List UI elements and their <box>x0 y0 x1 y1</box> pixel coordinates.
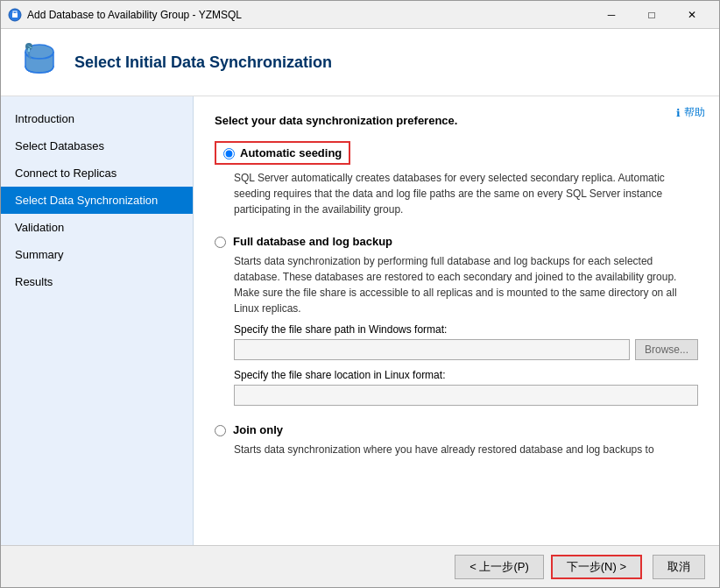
title-bar-buttons: ─ □ ✕ <box>591 1 712 29</box>
close-button[interactable]: ✕ <box>672 1 712 29</box>
join-only-label: Join only <box>233 423 283 436</box>
join-only-desc: Starts data synchronization where you ha… <box>234 442 698 457</box>
sidebar-item-select-data-sync[interactable]: Select Data Synchronization <box>1 187 193 214</box>
windows-share-label: Specify the file share path in Windows f… <box>234 323 698 336</box>
header-title: Select Initial Data Synchronization <box>74 53 332 72</box>
title-bar: Add Database to Availability Group - YZM… <box>1 1 719 29</box>
automatic-seeding-row: Automatic seeding <box>215 141 698 165</box>
sidebar-item-introduction[interactable]: Introduction <box>1 105 193 132</box>
sidebar-item-summary[interactable]: Summary <box>1 241 193 268</box>
automatic-seeding-desc: SQL Server automatically creates databas… <box>234 170 698 217</box>
help-circle-icon: ℹ <box>676 107 681 119</box>
sidebar-item-select-databases[interactable]: Select Databases <box>1 132 193 159</box>
join-only-option: Join only Starts data synchronization wh… <box>215 423 698 457</box>
linux-share-label: Specify the file share location in Linux… <box>234 369 698 381</box>
sidebar: Introduction Select Databases Connect to… <box>1 96 194 545</box>
join-only-radio[interactable] <box>215 425 226 436</box>
minimize-button[interactable]: ─ <box>591 1 632 29</box>
window-icon <box>8 8 22 22</box>
sidebar-item-results[interactable]: Results <box>1 268 193 295</box>
content-heading: Select your data synchronization prefere… <box>215 114 698 127</box>
browse-button[interactable]: Browse... <box>635 339 698 360</box>
full-backup-desc: Starts data synchronization by performin… <box>234 253 698 316</box>
automatic-seeding-radio[interactable] <box>223 148 235 159</box>
title-bar-text: Add Database to Availability Group - YZM… <box>27 9 591 21</box>
header: Select Initial Data Synchronization <box>1 29 719 96</box>
full-backup-label: Full database and log backup <box>233 235 392 248</box>
back-button[interactable]: < 上一步(P) <box>455 555 544 579</box>
maximize-button[interactable]: □ <box>632 1 672 29</box>
next-button[interactable]: 下一步(N) > <box>551 555 642 579</box>
sidebar-item-connect-to-replicas[interactable]: Connect to Replicas <box>1 159 193 187</box>
automatic-seeding-option: Automatic seeding SQL Server automatical… <box>215 141 698 217</box>
help-label: 帮助 <box>684 105 705 120</box>
content-area: ℹ 帮助 Select your data synchronization pr… <box>194 96 719 545</box>
automatic-seeding-selected-box[interactable]: Automatic seeding <box>215 141 350 165</box>
main-window: Add Database to Availability Group - YZM… <box>0 0 720 588</box>
join-only-row: Join only <box>215 423 698 436</box>
full-backup-option: Full database and log backup Starts data… <box>215 235 698 406</box>
full-backup-row: Full database and log backup <box>215 235 698 248</box>
linux-share-input[interactable] <box>234 385 698 406</box>
header-icon <box>18 41 60 83</box>
main-area: Introduction Select Databases Connect to… <box>1 96 719 545</box>
help-link[interactable]: ℹ 帮助 <box>676 105 705 120</box>
linux-share-row <box>234 385 698 406</box>
windows-share-input[interactable] <box>234 339 630 360</box>
automatic-seeding-label: Automatic seeding <box>240 146 342 159</box>
cancel-button[interactable]: 取消 <box>653 555 705 579</box>
sidebar-item-validation[interactable]: Validation <box>1 214 193 241</box>
footer: < 上一步(P) 下一步(N) > 取消 <box>1 545 719 587</box>
full-backup-radio[interactable] <box>215 237 226 248</box>
windows-share-row: Browse... <box>234 339 698 360</box>
